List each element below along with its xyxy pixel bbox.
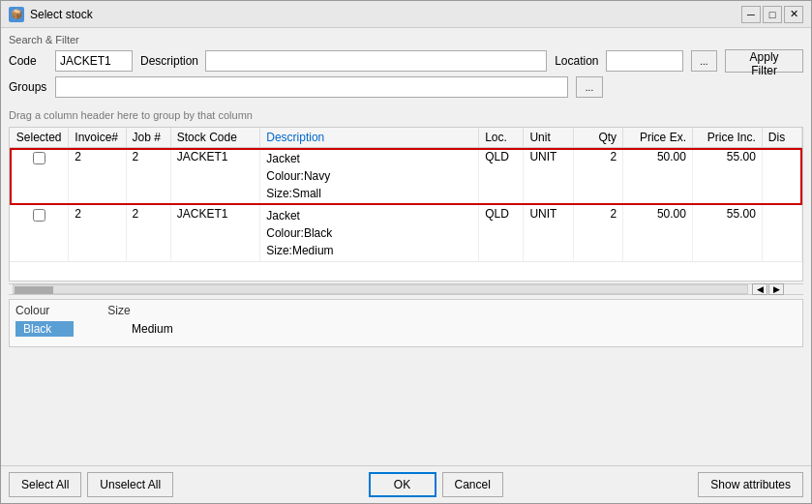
- row-invoice: 2: [69, 148, 126, 205]
- content-area: Search & Filter Code Description Locatio…: [1, 28, 811, 465]
- location-label: Location: [555, 54, 598, 68]
- groups-label: Groups: [9, 80, 47, 94]
- location-dots-button[interactable]: ...: [691, 50, 718, 72]
- col-header-invoice: Invoice#: [69, 128, 126, 148]
- footer: Select All Unselect All OK Cancel Show a…: [1, 465, 811, 503]
- table-header-row: Selected Invoice# Job # Stock Code Descr…: [10, 128, 802, 148]
- row-unit: UNIT: [524, 205, 573, 262]
- attributes-header: Colour Size: [15, 304, 797, 317]
- apply-filter-button[interactable]: Apply Filter: [725, 49, 803, 73]
- row-invoice: 2: [69, 205, 126, 262]
- col-header-priceinc: Price Inc.: [692, 128, 762, 148]
- window-icon: 📦: [9, 7, 24, 22]
- search-filter-label: Search & Filter: [9, 34, 803, 45]
- row-description: JacketColour:NavySize:Small: [260, 148, 479, 205]
- col-header-unit: Unit: [524, 128, 573, 148]
- row-dis: [762, 205, 801, 262]
- col-header-priceex: Price Ex.: [623, 128, 693, 148]
- table-row[interactable]: 22JACKET1JacketColour:NavySize:SmallQLDU…: [10, 148, 802, 205]
- main-window: 📦 Select stock ─ □ ✕ Search & Filter Cod…: [0, 0, 812, 504]
- col-header-dis: Dis: [762, 128, 801, 148]
- ok-button[interactable]: OK: [369, 472, 436, 497]
- minimize-button[interactable]: ─: [741, 6, 761, 23]
- groups-input[interactable]: [55, 76, 568, 98]
- row-job: 2: [126, 148, 170, 205]
- row-priceinc: 55.00: [692, 148, 762, 205]
- row-job: 2: [126, 205, 170, 262]
- row-loc: QLD: [479, 148, 524, 205]
- row-dis: [762, 148, 801, 205]
- row-qty: 2: [573, 148, 622, 205]
- row-stockcode: JACKET1: [170, 205, 259, 262]
- attributes-section: Colour Size Black Medium: [9, 299, 803, 347]
- row-unit: UNIT: [524, 148, 573, 205]
- size-col-label: Size: [107, 304, 130, 317]
- scroll-left-button[interactable]: ◀: [752, 283, 767, 295]
- drag-hint: Drag a column header here to group by th…: [9, 107, 803, 123]
- description-label: Description: [140, 54, 197, 68]
- col-header-stockcode: Stock Code: [170, 128, 259, 148]
- attributes-values-row: Black Medium: [15, 321, 797, 337]
- col-header-job: Job #: [126, 128, 170, 148]
- unselect-all-button[interactable]: Unselect All: [87, 472, 173, 497]
- location-input[interactable]: [606, 50, 683, 72]
- filter-row-1: Code Description Location ... Apply Filt…: [9, 49, 803, 73]
- description-input[interactable]: [205, 50, 547, 72]
- show-attributes-button[interactable]: Show attributes: [698, 472, 803, 497]
- code-input[interactable]: [55, 50, 133, 72]
- select-all-button[interactable]: Select All: [9, 472, 81, 497]
- stock-table: Selected Invoice# Job # Stock Code Descr…: [10, 128, 802, 262]
- table-row[interactable]: 22JACKET1JacketColour:BlackSize:MediumQL…: [10, 205, 802, 262]
- row-checkbox[interactable]: [33, 209, 45, 222]
- row-description: JacketColour:BlackSize:Medium: [260, 205, 479, 262]
- stock-table-container[interactable]: Selected Invoice# Job # Stock Code Descr…: [9, 127, 803, 282]
- row-priceex: 50.00: [623, 205, 693, 262]
- col-header-qty: Qty: [573, 128, 622, 148]
- cancel-button[interactable]: Cancel: [442, 472, 503, 497]
- row-qty: 2: [573, 205, 622, 262]
- colour-col-label: Colour: [15, 304, 49, 317]
- row-loc: QLD: [479, 205, 524, 262]
- close-button[interactable]: ✕: [784, 6, 803, 23]
- filter-row-2: Groups ...: [9, 76, 803, 98]
- window-title: Select stock: [30, 8, 93, 21]
- row-checkbox[interactable]: [33, 152, 45, 164]
- horizontal-scrollbar[interactable]: ◀ ▶: [9, 283, 803, 295]
- colour-value: Black: [15, 321, 74, 337]
- titlebar-controls: ─ □ ✕: [741, 6, 803, 23]
- row-checkbox-cell: [10, 205, 69, 262]
- col-header-description[interactable]: Description: [260, 128, 479, 148]
- code-label: Code: [9, 54, 47, 68]
- scroll-right-button[interactable]: ▶: [768, 283, 784, 295]
- groups-dots-button[interactable]: ...: [576, 76, 603, 98]
- search-filter-section: Search & Filter Code Description Locatio…: [9, 34, 803, 102]
- row-stockcode: JACKET1: [170, 148, 259, 205]
- table-body: 22JACKET1JacketColour:NavySize:SmallQLDU…: [10, 148, 802, 262]
- size-value: Medium: [132, 322, 173, 336]
- titlebar-left: 📦 Select stock: [9, 7, 93, 22]
- row-checkbox-cell: [10, 148, 69, 205]
- row-priceinc: 55.00: [692, 205, 762, 262]
- row-priceex: 50.00: [623, 148, 693, 205]
- maximize-button[interactable]: □: [763, 6, 782, 23]
- col-header-selected: Selected: [10, 128, 69, 148]
- titlebar: 📦 Select stock ─ □ ✕: [1, 1, 811, 28]
- col-header-loc: Loc.: [479, 128, 524, 148]
